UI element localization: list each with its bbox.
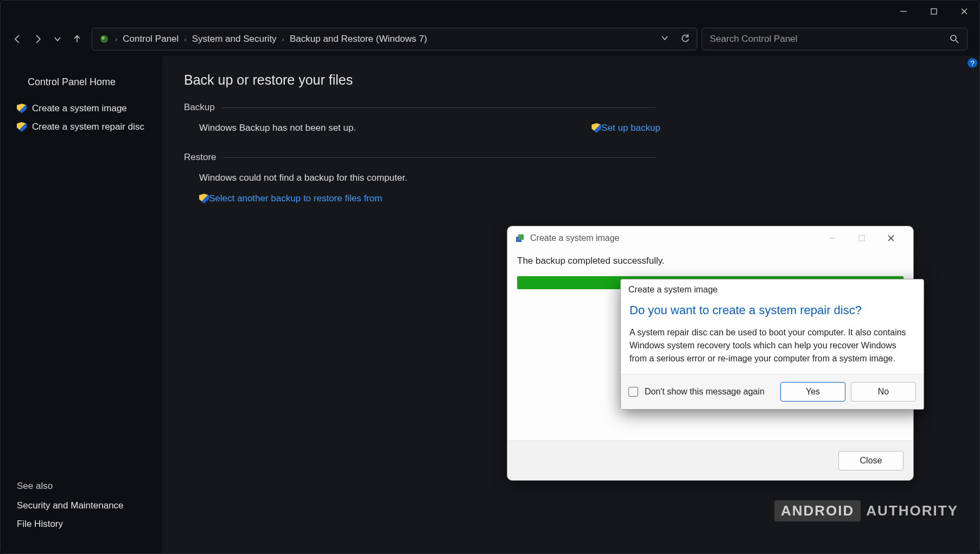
search-placeholder: Search Control Panel	[710, 34, 798, 44]
dialog-title: Create a system image	[530, 233, 620, 243]
prompt-title: Create a system image	[621, 279, 924, 300]
close-button-dialog[interactable]: Close	[838, 451, 903, 470]
search-input[interactable]: Search Control Panel	[702, 28, 968, 50]
dialog-minimize-button[interactable]	[818, 228, 847, 248]
select-another-backup-link[interactable]: Select another backup to restore files f…	[199, 193, 382, 204]
breadcrumb-leaf[interactable]: Backup and Restore (Windows 7)	[290, 34, 427, 44]
watermark-text: AUTHORITY	[866, 502, 958, 519]
shield-icon	[17, 122, 27, 132]
up-button[interactable]	[72, 34, 82, 44]
control-panel-home-link[interactable]: Control Panel Home	[28, 77, 162, 88]
sidebar-item-label: Create a system image	[32, 103, 127, 114]
svg-rect-9	[518, 234, 524, 240]
refresh-button[interactable]	[680, 34, 690, 44]
backup-complete-message: The backup completed successfully.	[517, 256, 903, 266]
backup-section-header: Backup	[184, 102, 656, 113]
recent-dropdown[interactable]	[54, 35, 61, 43]
maximize-button[interactable]	[919, 1, 949, 22]
see-also-security[interactable]: Security and Maintenance	[17, 500, 162, 511]
page-title: Back up or restore your files	[184, 72, 958, 88]
svg-line-7	[956, 40, 958, 43]
svg-point-5	[101, 36, 105, 40]
setup-backup-link[interactable]: Set up backup	[591, 123, 660, 133]
checkbox-label: Don't show this message again	[645, 387, 765, 397]
backup-status-text: Windows Backup has not been set up.	[199, 123, 356, 133]
svg-rect-1	[931, 9, 937, 14]
dialog-close-button[interactable]	[876, 228, 906, 248]
watermark: ANDROID AUTHORITY	[774, 500, 958, 521]
watermark-box: ANDROID	[774, 500, 861, 521]
link-label: Set up backup	[601, 123, 660, 133]
see-also-heading: See also	[17, 481, 162, 492]
sidebar-create-system-image[interactable]: Create a system image	[17, 103, 162, 114]
sidebar-create-repair-disc[interactable]: Create a system repair disc	[17, 122, 162, 132]
checkbox-icon	[628, 387, 638, 397]
dialog-maximize-button	[847, 228, 876, 248]
address-dropdown[interactable]	[661, 34, 669, 44]
link-label: Select another backup to restore files f…	[209, 193, 382, 204]
yes-button[interactable]: Yes	[780, 382, 845, 402]
svg-point-6	[951, 35, 956, 41]
no-button[interactable]: No	[851, 382, 916, 402]
breadcrumb-root[interactable]: Control Panel	[123, 34, 179, 44]
restore-section-header: Restore	[184, 152, 656, 163]
help-icon[interactable]: ?	[968, 58, 977, 68]
close-button[interactable]	[949, 1, 979, 22]
see-also-file-history[interactable]: File History	[17, 519, 162, 530]
shield-icon	[17, 104, 27, 113]
sidebar-item-label: Create a system repair disc	[32, 122, 144, 132]
back-button[interactable]	[12, 34, 22, 44]
backup-wizard-icon	[515, 233, 525, 243]
shield-icon	[591, 123, 601, 133]
prompt-heading: Do you want to create a system repair di…	[629, 303, 915, 317]
sidebar: Control Panel Home Create a system image…	[1, 56, 162, 553]
dont-show-again-checkbox[interactable]: Don't show this message again	[628, 387, 765, 397]
address-bar[interactable]: › Control Panel › System and Security › …	[92, 28, 697, 50]
window-titlebar	[1, 1, 979, 22]
forward-button[interactable]	[33, 34, 43, 44]
search-icon	[950, 34, 959, 44]
navigation-bar: › Control Panel › System and Security › …	[1, 22, 979, 56]
svg-rect-11	[859, 235, 864, 241]
repair-disc-prompt-dialog: Create a system image Do you want to cre…	[620, 279, 924, 410]
prompt-body-text: A system repair disc can be used to boot…	[629, 326, 915, 365]
restore-status-text: Windows could not find a backup for this…	[199, 173, 958, 183]
shield-icon	[199, 194, 209, 203]
location-icon	[99, 34, 110, 44]
breadcrumb: › Control Panel › System and Security › …	[115, 34, 427, 44]
minimize-button[interactable]	[888, 1, 919, 22]
breadcrumb-mid[interactable]: System and Security	[192, 34, 277, 44]
